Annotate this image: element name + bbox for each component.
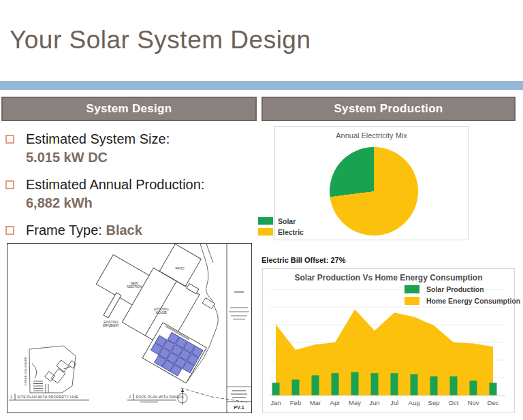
- solar-production-bar: [430, 376, 438, 395]
- solar-production-bar: [470, 381, 477, 395]
- driveway-outline: [104, 293, 121, 318]
- month-tick-label: Jun: [369, 399, 379, 406]
- prod-legend-label-energy: Home Energy Consumption: [426, 297, 520, 305]
- bullet-value: Black: [106, 223, 142, 238]
- section-header-system-production: System Production: [262, 97, 516, 121]
- bullet-square-icon: [5, 135, 14, 144]
- solar-production-bar: [332, 373, 339, 395]
- title-block: PV-1: [227, 244, 251, 413]
- pie-legend-swatch-solar: [258, 217, 273, 225]
- month-tick-label: Dec: [488, 399, 499, 406]
- solar-production-bar: [490, 383, 497, 395]
- month-tick-label: Mar: [310, 399, 321, 406]
- section-header-label: System Design: [86, 102, 172, 115]
- caption2-scale-text-line: [140, 402, 158, 403]
- sheet-number-label: PV-1: [234, 405, 244, 410]
- solar-production-bar: [391, 373, 398, 395]
- bullet-label: Estimated System Size:: [26, 130, 255, 148]
- property-plot: [29, 346, 76, 393]
- solar-production-bar: [411, 374, 418, 395]
- pie-legend-label-electric: Electric: [278, 228, 304, 236]
- bullet-value: 5.015 kW DC: [26, 148, 255, 166]
- prod-legend-label-solar: Solar Production: [426, 285, 484, 293]
- solar-production-bar: [292, 380, 300, 395]
- bullet-annual-production: Estimated Annual Production: 6,882 kWh: [5, 176, 255, 212]
- solar-production-bar: [371, 373, 379, 395]
- pie-legend-swatch-electric: [258, 228, 273, 236]
- caption2-label: ROOF PLAN WITH PANELS: [136, 395, 185, 399]
- production-chart-panel: JanFebMarAprMayJunJulAugSepOctNovDec Sol…: [262, 268, 515, 413]
- pie-chart-panel: Annual Electricity Mix Solar Electric: [274, 126, 469, 240]
- section-header-label: System Production: [334, 102, 443, 115]
- bullet-system-size: Estimated System Size: 5.015 kW DC: [5, 130, 255, 166]
- bullet-value: 6,882 kWh: [26, 194, 255, 212]
- caption1-label: SITE PLAN WITH PROPERTY LINE: [18, 395, 79, 399]
- solar-production-bar: [450, 376, 458, 395]
- month-tick-label: May: [349, 399, 361, 406]
- presentation-slide: Your Solar System Design System Design S…: [0, 0, 523, 420]
- month-tick-label: Jan: [270, 399, 281, 406]
- month-tick-label: Sep: [428, 399, 440, 406]
- solar-production-bar: [351, 372, 359, 395]
- month-tick-label: Oct: [449, 399, 459, 406]
- caption2-number: 2: [129, 395, 131, 399]
- month-tick-label: Feb: [290, 399, 301, 406]
- bullet-frame-type: Frame Type: Black: [5, 221, 255, 239]
- creek-hollow-rd-label: CREEK HOLLOW RD: [24, 357, 27, 386]
- page-title: Your Solar System Design: [10, 26, 311, 54]
- month-tick-label: Aug: [409, 399, 420, 406]
- caption1-number: 1: [10, 395, 12, 399]
- existing-driveway-label: EXISTINGDRIVEWAY: [103, 321, 119, 327]
- prod-legend-swatch-energy: [405, 297, 419, 305]
- prod-legend-swatch-solar: [405, 285, 419, 293]
- patio-label: PATIO: [175, 267, 185, 270]
- pie-chart-title: Annual Electricity Mix: [275, 131, 468, 140]
- month-tick-label: Nov: [468, 399, 479, 406]
- month-tick-label: Apr: [330, 399, 340, 406]
- bullet-label-text: Frame Type:: [26, 223, 106, 238]
- bullet-square-icon: [5, 180, 14, 189]
- section-header-system-design: System Design: [1, 97, 257, 121]
- electric-bill-offset-note: Electric Bill Offset: 27%: [262, 256, 346, 264]
- solar-production-bar: [312, 375, 319, 395]
- energy-consumption-area: [276, 310, 493, 395]
- bullet-square-icon: [5, 226, 14, 235]
- month-tick-label: Jul: [390, 399, 398, 406]
- bullet-label: Estimated Annual Production:: [26, 176, 255, 193]
- solar-production-bar: [272, 383, 280, 395]
- bullet-label: Frame Type: Black: [26, 221, 255, 239]
- pie-legend-label-solar: Solar: [278, 217, 296, 225]
- accent-band: [0, 81, 523, 90]
- site-plan-drawing: NEWADDITION PATIO EXISTINGHOUSE EXISTING…: [7, 243, 252, 413]
- pie-chart: [330, 147, 418, 236]
- production-chart-title: Solar Production Vs Home Energy Consumpt…: [263, 273, 514, 282]
- existing-house-label: EXISTINGHOUSE: [154, 308, 169, 314]
- site-plan-svg: NEWADDITION PATIO EXISTINGHOUSE EXISTING…: [7, 244, 251, 413]
